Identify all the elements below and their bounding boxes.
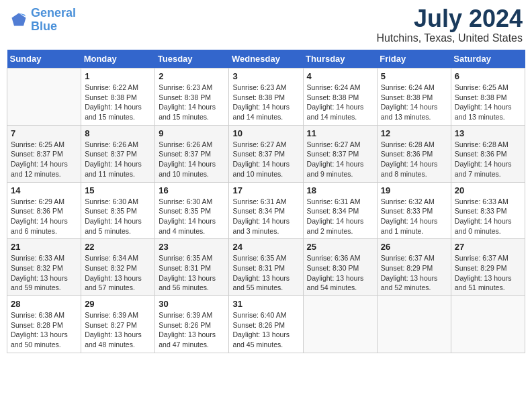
day-info: Sunrise: 6:39 AM Sunset: 8:26 PM Dayligh… (159, 310, 225, 350)
day-info: Sunrise: 6:40 AM Sunset: 8:26 PM Dayligh… (232, 310, 299, 350)
day-info: Sunrise: 6:39 AM Sunset: 8:27 PM Dayligh… (85, 310, 151, 350)
week-row: 14Sunrise: 6:29 AM Sunset: 8:36 PM Dayli… (7, 182, 525, 239)
calendar-cell: 13Sunrise: 6:28 AM Sunset: 8:36 PM Dayli… (451, 125, 525, 182)
day-info: Sunrise: 6:32 AM Sunset: 8:33 PM Dayligh… (381, 197, 447, 236)
calendar-cell: 31Sunrise: 6:40 AM Sunset: 8:26 PM Dayli… (229, 296, 303, 353)
day-info: Sunrise: 6:30 AM Sunset: 8:35 PM Dayligh… (85, 197, 151, 236)
day-info: Sunrise: 6:23 AM Sunset: 8:38 PM Dayligh… (159, 83, 225, 122)
day-number: 4 (307, 71, 373, 81)
day-info: Sunrise: 6:27 AM Sunset: 8:37 PM Dayligh… (232, 140, 299, 179)
calendar-cell: 30Sunrise: 6:39 AM Sunset: 8:26 PM Dayli… (155, 296, 229, 353)
day-number: 2 (159, 71, 225, 81)
day-number: 10 (232, 128, 299, 138)
calendar-cell: 2Sunrise: 6:23 AM Sunset: 8:38 PM Daylig… (155, 68, 229, 126)
logo-icon (9, 11, 28, 30)
day-info: Sunrise: 6:38 AM Sunset: 8:28 PM Dayligh… (11, 310, 77, 350)
calendar-cell: 20Sunrise: 6:33 AM Sunset: 8:33 PM Dayli… (451, 182, 525, 239)
day-info: Sunrise: 6:37 AM Sunset: 8:29 PM Dayligh… (455, 253, 521, 293)
day-number: 7 (11, 128, 77, 138)
week-row: 28Sunrise: 6:38 AM Sunset: 8:28 PM Dayli… (7, 296, 525, 353)
day-info: Sunrise: 6:33 AM Sunset: 8:32 PM Dayligh… (11, 253, 77, 293)
day-header-tuesday: Tuesday (155, 50, 229, 68)
day-info: Sunrise: 6:29 AM Sunset: 8:36 PM Dayligh… (11, 197, 77, 236)
day-number: 15 (85, 185, 151, 195)
logo-line1: General (31, 6, 76, 19)
day-info: Sunrise: 6:26 AM Sunset: 8:37 PM Dayligh… (85, 140, 151, 179)
title-block: July 2024 Hutchins, Texas, United States (376, 7, 523, 44)
logo: General Blue (9, 7, 76, 34)
day-info: Sunrise: 6:28 AM Sunset: 8:36 PM Dayligh… (381, 140, 447, 179)
day-number: 31 (232, 299, 299, 309)
day-info: Sunrise: 6:35 AM Sunset: 8:31 PM Dayligh… (232, 253, 299, 293)
day-info: Sunrise: 6:27 AM Sunset: 8:37 PM Dayligh… (307, 140, 373, 179)
calendar-cell: 21Sunrise: 6:33 AM Sunset: 8:32 PM Dayli… (7, 239, 81, 296)
day-number: 17 (232, 185, 299, 195)
calendar-cell: 22Sunrise: 6:34 AM Sunset: 8:32 PM Dayli… (81, 239, 155, 296)
calendar-cell: 15Sunrise: 6:30 AM Sunset: 8:35 PM Dayli… (81, 182, 155, 239)
day-number: 21 (11, 242, 77, 252)
day-number: 11 (307, 128, 373, 138)
calendar-cell: 17Sunrise: 6:31 AM Sunset: 8:34 PM Dayli… (229, 182, 303, 239)
day-number: 28 (11, 299, 77, 309)
day-number: 3 (232, 71, 299, 81)
calendar-cell (377, 296, 451, 353)
calendar-cell: 9Sunrise: 6:26 AM Sunset: 8:37 PM Daylig… (155, 125, 229, 182)
day-info: Sunrise: 6:26 AM Sunset: 8:37 PM Dayligh… (159, 140, 225, 179)
calendar-cell: 14Sunrise: 6:29 AM Sunset: 8:36 PM Dayli… (7, 182, 81, 239)
day-info: Sunrise: 6:24 AM Sunset: 8:38 PM Dayligh… (307, 83, 373, 122)
location: Hutchins, Texas, United States (376, 32, 523, 44)
day-number: 29 (85, 299, 151, 309)
calendar-table: SundayMondayTuesdayWednesdayThursdayFrid… (7, 50, 525, 353)
day-number: 30 (159, 299, 225, 309)
calendar-cell: 19Sunrise: 6:32 AM Sunset: 8:33 PM Dayli… (377, 182, 451, 239)
day-info: Sunrise: 6:37 AM Sunset: 8:29 PM Dayligh… (381, 253, 447, 293)
calendar-cell: 1Sunrise: 6:22 AM Sunset: 8:38 PM Daylig… (81, 68, 155, 126)
calendar-cell: 6Sunrise: 6:25 AM Sunset: 8:38 PM Daylig… (451, 68, 525, 126)
calendar-cell: 12Sunrise: 6:28 AM Sunset: 8:36 PM Dayli… (377, 125, 451, 182)
day-number: 9 (159, 128, 225, 138)
day-info: Sunrise: 6:35 AM Sunset: 8:31 PM Dayligh… (159, 253, 225, 293)
day-header-sunday: Sunday (7, 50, 81, 68)
day-info: Sunrise: 6:36 AM Sunset: 8:30 PM Dayligh… (307, 253, 373, 293)
day-info: Sunrise: 6:34 AM Sunset: 8:32 PM Dayligh… (85, 253, 151, 293)
day-header-wednesday: Wednesday (229, 50, 303, 68)
calendar-cell: 23Sunrise: 6:35 AM Sunset: 8:31 PM Dayli… (155, 239, 229, 296)
calendar-cell: 27Sunrise: 6:37 AM Sunset: 8:29 PM Dayli… (451, 239, 525, 296)
calendar-cell (7, 68, 81, 126)
day-number: 1 (85, 71, 151, 81)
week-row: 1Sunrise: 6:22 AM Sunset: 8:38 PM Daylig… (7, 68, 525, 126)
day-number: 12 (381, 128, 447, 138)
day-number: 5 (381, 71, 447, 81)
calendar-cell: 7Sunrise: 6:25 AM Sunset: 8:37 PM Daylig… (7, 125, 81, 182)
day-number: 27 (455, 242, 521, 252)
day-number: 25 (307, 242, 373, 252)
calendar-cell: 28Sunrise: 6:38 AM Sunset: 8:28 PM Dayli… (7, 296, 81, 353)
calendar-cell: 3Sunrise: 6:23 AM Sunset: 8:38 PM Daylig… (229, 68, 303, 126)
calendar-cell: 11Sunrise: 6:27 AM Sunset: 8:37 PM Dayli… (303, 125, 377, 182)
day-number: 16 (159, 185, 225, 195)
calendar-cell: 24Sunrise: 6:35 AM Sunset: 8:31 PM Dayli… (229, 239, 303, 296)
calendar-cell (451, 296, 525, 353)
calendar-cell: 8Sunrise: 6:26 AM Sunset: 8:37 PM Daylig… (81, 125, 155, 182)
day-info: Sunrise: 6:23 AM Sunset: 8:38 PM Dayligh… (232, 83, 299, 122)
day-info: Sunrise: 6:28 AM Sunset: 8:36 PM Dayligh… (455, 140, 521, 179)
day-info: Sunrise: 6:24 AM Sunset: 8:38 PM Dayligh… (381, 83, 447, 122)
day-number: 22 (85, 242, 151, 252)
calendar-cell: 16Sunrise: 6:30 AM Sunset: 8:35 PM Dayli… (155, 182, 229, 239)
calendar-cell: 10Sunrise: 6:27 AM Sunset: 8:37 PM Dayli… (229, 125, 303, 182)
day-info: Sunrise: 6:25 AM Sunset: 8:37 PM Dayligh… (11, 140, 77, 179)
day-number: 19 (381, 185, 447, 195)
day-info: Sunrise: 6:25 AM Sunset: 8:38 PM Dayligh… (455, 83, 521, 122)
day-header-saturday: Saturday (451, 50, 525, 68)
day-number: 6 (455, 71, 521, 81)
logo-line2: Blue (31, 19, 57, 33)
calendar-cell: 4Sunrise: 6:24 AM Sunset: 8:38 PM Daylig… (303, 68, 377, 126)
day-info: Sunrise: 6:31 AM Sunset: 8:34 PM Dayligh… (232, 197, 299, 236)
day-number: 13 (455, 128, 521, 138)
calendar-cell: 5Sunrise: 6:24 AM Sunset: 8:38 PM Daylig… (377, 68, 451, 126)
day-number: 26 (381, 242, 447, 252)
day-number: 23 (159, 242, 225, 252)
day-number: 8 (85, 128, 151, 138)
day-number: 14 (11, 185, 77, 195)
day-header-thursday: Thursday (303, 50, 377, 68)
